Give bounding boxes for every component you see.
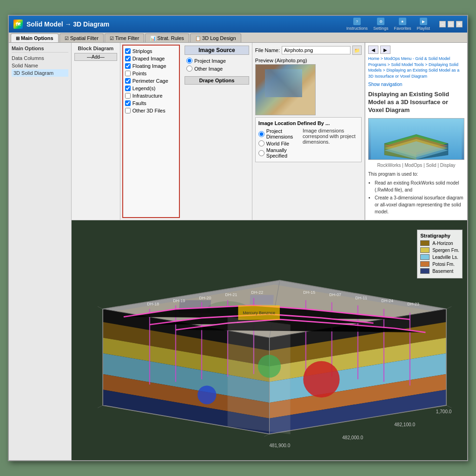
image-location-panel: Image Location Defined By ... Project Di… xyxy=(255,117,362,162)
checklist-item-draped-image[interactable]: Draped Image xyxy=(125,55,177,62)
window-title: Solid Model → 3D Diagram xyxy=(26,20,109,28)
settings-button[interactable]: ⚙ Settings xyxy=(373,18,389,31)
sidebar-item-data-columns[interactable]: Data Columns xyxy=(12,54,68,62)
legend-color-leadville xyxy=(420,254,430,260)
legend-item-potosi: Potosi Fm. xyxy=(420,261,459,267)
infrastructure-checkbox[interactable] xyxy=(125,93,131,99)
app-window: 🗺 Solid Model → 3D Diagram ? Instruction… xyxy=(8,15,468,461)
log-design-icon: 📋 xyxy=(195,36,201,41)
svg-text:DH-18: DH-18 xyxy=(147,302,159,306)
world-file-option[interactable]: World File xyxy=(258,140,293,147)
striplogs-checkbox[interactable] xyxy=(125,48,131,54)
favorites-button[interactable]: ★ Favorites xyxy=(394,18,411,31)
checklist-item-perimeter-cage[interactable]: Perimeter Cage xyxy=(125,77,177,85)
checklist-item-points[interactable]: Points xyxy=(125,70,177,77)
legend-item-leadville: Leadville Ls. xyxy=(420,254,459,260)
window-controls: − □ ✕ xyxy=(439,21,463,27)
legend-box: Stratigraphy A-Horizon Spergen Fm. Leadv… xyxy=(417,230,463,278)
other-3d-files-checkbox[interactable] xyxy=(125,108,131,113)
other-image-radio[interactable]: Other Image xyxy=(185,65,249,73)
checklist-item-faults[interactable]: Faults xyxy=(125,99,177,107)
project-dimensions-radio[interactable] xyxy=(258,131,264,137)
tab-main-options[interactable]: ⊞ Main Options xyxy=(11,33,59,42)
project-dimensions-option[interactable]: Project Dimensions xyxy=(258,128,293,140)
legend-title: Stratigraphy xyxy=(420,233,459,238)
other-image-radio-input[interactable] xyxy=(186,66,192,72)
svg-text:482,000.0: 482,000.0 xyxy=(342,435,363,440)
location-options: Project Dimensions World File Manually S… xyxy=(258,128,293,159)
svg-text:DH-21: DH-21 xyxy=(225,292,237,297)
tab-3d-log-design[interactable]: 📋 3D Log Design xyxy=(190,33,241,42)
main-content: Main Options Data Columns Solid Name 3D … xyxy=(9,43,467,460)
sidebar-item-3d-solid-diagram[interactable]: 3D Solid Diagram xyxy=(12,69,68,77)
tab-strat-rules[interactable]: 📊 Strat. Rules xyxy=(145,33,189,42)
floating-image-checkbox[interactable] xyxy=(125,63,131,69)
browse-button[interactable]: 📁 xyxy=(352,46,362,55)
legend-color-spergen xyxy=(420,247,430,253)
close-button[interactable]: ✕ xyxy=(456,21,463,27)
sidebar-item-solid-name[interactable]: Solid Name xyxy=(12,62,68,69)
help-body: This program is used to: Read an existin… xyxy=(368,171,464,215)
help-nav: ◀ ▶ xyxy=(368,46,464,54)
tab-time-filter[interactable]: ☑ Time Filter xyxy=(105,33,145,42)
back-button[interactable]: ◀ xyxy=(368,46,378,54)
image-location-title: Image Location Defined By ... xyxy=(258,120,358,126)
svg-text:DH-19: DH-19 xyxy=(173,298,185,303)
svg-text:DH-20: DH-20 xyxy=(199,296,211,300)
project-image-radio[interactable]: Project Image xyxy=(185,57,249,65)
checklist-item-other-3d-files[interactable]: Other 3D Files xyxy=(125,107,177,114)
forward-button[interactable]: ▶ xyxy=(380,46,390,54)
svg-point-43 xyxy=(198,385,216,404)
svg-text:DH-07: DH-07 xyxy=(329,292,341,297)
instructions-button[interactable]: ? Instructions xyxy=(346,18,368,31)
checklist-item-striplogs[interactable]: Striplogs xyxy=(125,47,177,55)
playlist-icon: ▶ xyxy=(420,18,427,25)
svg-text:1,700.0: 1,700.0 xyxy=(436,409,452,414)
manually-specified-option[interactable]: Manually Specified xyxy=(258,147,293,159)
title-bar: 🗺 Solid Model → 3D Diagram ? Instruction… xyxy=(9,16,467,33)
strat-rules-icon: 📊 xyxy=(150,36,156,41)
legend-color-potosi xyxy=(420,261,430,267)
points-checkbox[interactable] xyxy=(125,71,131,76)
legend-color-a-horizon xyxy=(420,240,430,246)
title-bar-left: 🗺 Solid Model → 3D Diagram xyxy=(13,20,109,29)
instructions-icon: ? xyxy=(353,18,361,25)
checklist-item-infrastructure[interactable]: Infrastructure xyxy=(125,92,177,99)
manually-specified-radio[interactable] xyxy=(258,150,264,156)
file-name-label: File Name: xyxy=(255,47,280,53)
svg-marker-57 xyxy=(228,317,290,434)
checklist-panel: Striplogs Draped Image Floating Image Po… xyxy=(122,45,180,218)
block-diagram-title: Block Diagram xyxy=(74,46,117,51)
minimize-button[interactable]: − xyxy=(439,21,446,27)
block-diagram-panel: Block Diagram —Add— xyxy=(72,43,120,220)
legend-item-basement: Basement xyxy=(420,268,459,274)
settings-icon: ⚙ xyxy=(377,18,384,25)
help-heading: Displaying an Existing Solid Model as a … xyxy=(368,91,464,114)
time-filter-icon: ☑ xyxy=(110,36,114,41)
faults-checkbox[interactable] xyxy=(125,100,131,106)
checklist-item-legends[interactable]: Legend(s) xyxy=(125,85,177,92)
breadcrumb: Home > ModOps Menu - Grid & Solid Model … xyxy=(368,56,464,79)
world-file-radio[interactable] xyxy=(258,140,264,146)
show-navigation-link[interactable]: Show navigation xyxy=(368,82,464,87)
legends-checkbox[interactable] xyxy=(125,86,131,91)
app-icon: 🗺 xyxy=(13,20,23,29)
drape-options-title: Drape Options xyxy=(185,76,249,85)
svg-text:DH-22: DH-22 xyxy=(251,290,263,295)
controls-area: Block Diagram —Add— Striplogs Draped Ima… xyxy=(72,43,467,220)
svg-text:DH-24: DH-24 xyxy=(381,298,393,303)
file-name-input[interactable] xyxy=(282,46,350,54)
checklist-item-floating-image[interactable]: Floating Image xyxy=(125,62,177,70)
tab-spatial-filter[interactable]: ☑ Spatial Filter xyxy=(60,33,104,42)
maximize-button[interactable]: □ xyxy=(448,21,454,27)
project-image-radio-input[interactable] xyxy=(186,58,192,64)
main-options-icon: ⊞ xyxy=(16,36,20,41)
diagram-area: Mercury Benznce DH-18 DH-19 DH-20 DH-21 … xyxy=(72,220,467,460)
perimeter-cage-checkbox[interactable] xyxy=(125,78,131,84)
image-source-title: Image Source xyxy=(185,46,249,55)
left-panel: Main Options Data Columns Solid Name 3D … xyxy=(9,43,72,460)
spatial-filter-icon: ☑ xyxy=(65,36,69,41)
add-button[interactable]: —Add— xyxy=(74,53,117,61)
draped-image-checkbox[interactable] xyxy=(125,56,131,61)
playlist-button[interactable]: ▶ Playlist xyxy=(416,18,430,31)
